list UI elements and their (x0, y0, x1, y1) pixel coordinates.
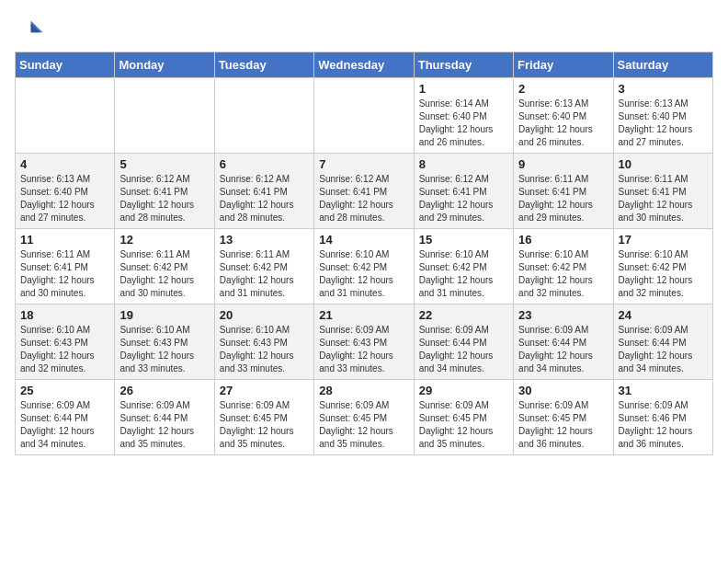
calendar-cell: 26Sunrise: 6:09 AM Sunset: 6:44 PM Dayli… (115, 380, 214, 455)
calendar-cell: 6Sunrise: 6:12 AM Sunset: 6:41 PM Daylig… (214, 154, 313, 229)
calendar-cell: 19Sunrise: 6:10 AM Sunset: 6:43 PM Dayli… (115, 304, 214, 380)
day-info: Sunrise: 6:09 AM Sunset: 6:45 PM Dayligh… (419, 399, 508, 451)
column-header-saturday: Saturday (613, 52, 712, 78)
day-number: 2 (518, 82, 608, 96)
day-info: Sunrise: 6:11 AM Sunset: 6:42 PM Dayligh… (119, 248, 209, 300)
calendar-cell: 13Sunrise: 6:11 AM Sunset: 6:42 PM Dayli… (214, 229, 313, 304)
calendar-cell: 17Sunrise: 6:10 AM Sunset: 6:42 PM Dayli… (613, 229, 712, 304)
day-number: 7 (319, 157, 408, 171)
calendar-cell (214, 78, 313, 154)
calendar-week-row: 1Sunrise: 6:14 AM Sunset: 6:40 PM Daylig… (16, 78, 713, 154)
day-number: 11 (20, 233, 109, 247)
calendar-cell: 18Sunrise: 6:10 AM Sunset: 6:43 PM Dayli… (16, 304, 115, 380)
day-info: Sunrise: 6:13 AM Sunset: 6:40 PM Dayligh… (20, 173, 109, 224)
calendar-cell: 22Sunrise: 6:09 AM Sunset: 6:44 PM Dayli… (414, 304, 513, 380)
calendar-cell: 14Sunrise: 6:10 AM Sunset: 6:42 PM Dayli… (314, 229, 414, 304)
calendar-cell: 4Sunrise: 6:13 AM Sunset: 6:40 PM Daylig… (16, 154, 115, 229)
calendar-cell (314, 78, 414, 154)
calendar-cell: 10Sunrise: 6:11 AM Sunset: 6:41 PM Dayli… (613, 154, 712, 229)
day-number: 14 (319, 233, 408, 247)
day-info: Sunrise: 6:12 AM Sunset: 6:41 PM Dayligh… (220, 173, 309, 224)
day-number: 30 (518, 384, 608, 397)
day-number: 26 (119, 384, 209, 397)
day-number: 23 (518, 308, 608, 322)
day-info: Sunrise: 6:09 AM Sunset: 6:46 PM Dayligh… (619, 399, 708, 451)
column-header-tuesday: Tuesday (214, 52, 313, 78)
column-header-monday: Monday (115, 52, 214, 78)
day-info: Sunrise: 6:09 AM Sunset: 6:44 PM Dayligh… (419, 324, 508, 375)
column-header-thursday: Thursday (414, 52, 513, 78)
day-number: 8 (419, 157, 508, 171)
calendar-cell: 25Sunrise: 6:09 AM Sunset: 6:44 PM Dayli… (16, 380, 115, 455)
calendar-week-row: 25Sunrise: 6:09 AM Sunset: 6:44 PM Dayli… (16, 380, 713, 455)
calendar-cell: 20Sunrise: 6:10 AM Sunset: 6:43 PM Dayli… (214, 304, 313, 380)
day-info: Sunrise: 6:11 AM Sunset: 6:42 PM Dayligh… (220, 248, 309, 300)
day-number: 4 (20, 157, 109, 171)
day-info: Sunrise: 6:10 AM Sunset: 6:43 PM Dayligh… (220, 324, 309, 375)
calendar-cell: 3Sunrise: 6:13 AM Sunset: 6:40 PM Daylig… (613, 78, 712, 154)
calendar-cell: 1Sunrise: 6:14 AM Sunset: 6:40 PM Daylig… (414, 78, 513, 154)
calendar-cell: 16Sunrise: 6:10 AM Sunset: 6:42 PM Dayli… (514, 229, 613, 304)
day-number: 5 (119, 157, 209, 171)
day-info: Sunrise: 6:09 AM Sunset: 6:45 PM Dayligh… (319, 399, 408, 451)
logo-icon (15, 15, 44, 44)
day-info: Sunrise: 6:13 AM Sunset: 6:40 PM Dayligh… (518, 98, 608, 149)
calendar-week-row: 11Sunrise: 6:11 AM Sunset: 6:41 PM Dayli… (16, 229, 713, 304)
day-number: 21 (319, 308, 408, 322)
day-info: Sunrise: 6:10 AM Sunset: 6:43 PM Dayligh… (20, 324, 109, 375)
day-number: 19 (119, 308, 209, 322)
day-info: Sunrise: 6:09 AM Sunset: 6:44 PM Dayligh… (619, 324, 708, 375)
day-info: Sunrise: 6:11 AM Sunset: 6:41 PM Dayligh… (518, 173, 608, 224)
day-number: 6 (220, 157, 309, 171)
calendar-week-row: 4Sunrise: 6:13 AM Sunset: 6:40 PM Daylig… (16, 154, 713, 229)
day-info: Sunrise: 6:10 AM Sunset: 6:42 PM Dayligh… (619, 248, 708, 300)
day-number: 15 (419, 233, 508, 247)
calendar-header-row: SundayMondayTuesdayWednesdayThursdayFrid… (16, 52, 713, 78)
day-info: Sunrise: 6:12 AM Sunset: 6:41 PM Dayligh… (119, 173, 209, 224)
calendar-cell (16, 78, 115, 154)
calendar-cell: 2Sunrise: 6:13 AM Sunset: 6:40 PM Daylig… (514, 78, 613, 154)
calendar-cell: 11Sunrise: 6:11 AM Sunset: 6:41 PM Dayli… (16, 229, 115, 304)
calendar-cell: 31Sunrise: 6:09 AM Sunset: 6:46 PM Dayli… (613, 380, 712, 455)
day-info: Sunrise: 6:09 AM Sunset: 6:44 PM Dayligh… (518, 324, 608, 375)
day-number: 22 (419, 308, 508, 322)
day-info: Sunrise: 6:09 AM Sunset: 6:45 PM Dayligh… (518, 399, 608, 451)
calendar-cell: 15Sunrise: 6:10 AM Sunset: 6:42 PM Dayli… (414, 229, 513, 304)
calendar-table: SundayMondayTuesdayWednesdayThursdayFrid… (15, 52, 713, 455)
day-number: 27 (220, 384, 309, 397)
calendar-cell (115, 78, 214, 154)
day-info: Sunrise: 6:12 AM Sunset: 6:41 PM Dayligh… (419, 173, 508, 224)
svg-marker-1 (31, 24, 40, 33)
day-info: Sunrise: 6:10 AM Sunset: 6:42 PM Dayligh… (319, 248, 408, 300)
day-number: 28 (319, 384, 408, 397)
day-info: Sunrise: 6:10 AM Sunset: 6:42 PM Dayligh… (419, 248, 508, 300)
day-info: Sunrise: 6:09 AM Sunset: 6:45 PM Dayligh… (220, 399, 309, 451)
calendar-cell: 7Sunrise: 6:12 AM Sunset: 6:41 PM Daylig… (314, 154, 414, 229)
column-header-friday: Friday (514, 52, 613, 78)
day-number: 29 (419, 384, 508, 397)
calendar-cell: 27Sunrise: 6:09 AM Sunset: 6:45 PM Dayli… (214, 380, 313, 455)
calendar-cell: 30Sunrise: 6:09 AM Sunset: 6:45 PM Dayli… (514, 380, 613, 455)
day-number: 17 (619, 233, 708, 247)
day-number: 1 (419, 82, 508, 96)
logo (15, 15, 48, 44)
day-info: Sunrise: 6:11 AM Sunset: 6:41 PM Dayligh… (619, 173, 708, 224)
calendar-week-row: 18Sunrise: 6:10 AM Sunset: 6:43 PM Dayli… (16, 304, 713, 380)
calendar-cell: 5Sunrise: 6:12 AM Sunset: 6:41 PM Daylig… (115, 154, 214, 229)
day-number: 18 (20, 308, 109, 322)
calendar-cell: 29Sunrise: 6:09 AM Sunset: 6:45 PM Dayli… (414, 380, 513, 455)
day-number: 9 (518, 157, 608, 171)
day-info: Sunrise: 6:12 AM Sunset: 6:41 PM Dayligh… (319, 173, 408, 224)
day-info: Sunrise: 6:10 AM Sunset: 6:43 PM Dayligh… (119, 324, 209, 375)
calendar-cell: 23Sunrise: 6:09 AM Sunset: 6:44 PM Dayli… (514, 304, 613, 380)
day-info: Sunrise: 6:09 AM Sunset: 6:43 PM Dayligh… (319, 324, 408, 375)
day-number: 3 (619, 82, 708, 96)
day-info: Sunrise: 6:10 AM Sunset: 6:42 PM Dayligh… (518, 248, 608, 300)
calendar-cell: 24Sunrise: 6:09 AM Sunset: 6:44 PM Dayli… (613, 304, 712, 380)
day-number: 25 (20, 384, 109, 397)
day-number: 12 (119, 233, 209, 247)
calendar-cell: 9Sunrise: 6:11 AM Sunset: 6:41 PM Daylig… (514, 154, 613, 229)
day-number: 16 (518, 233, 608, 247)
day-info: Sunrise: 6:09 AM Sunset: 6:44 PM Dayligh… (20, 399, 109, 451)
calendar-cell: 12Sunrise: 6:11 AM Sunset: 6:42 PM Dayli… (115, 229, 214, 304)
